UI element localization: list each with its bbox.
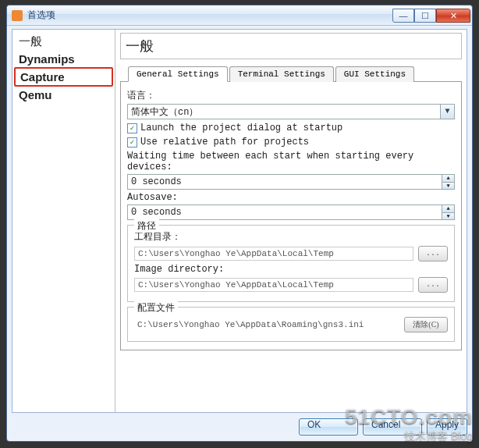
window-controls: — ☐ ✕	[392, 9, 470, 23]
clear-config-button[interactable]: 清除(C)	[404, 317, 448, 332]
checkbox-relative-path-label: Use relative path for projects	[140, 137, 309, 148]
project-dir-input[interactable]: C:\Users\Yonghao Ye\AppData\Local\Temp	[134, 247, 413, 261]
preferences-window: 首选项 — ☐ ✕ 一般 Dynamips Capture Qemu 一般 Ge…	[6, 5, 473, 442]
image-dir-input[interactable]: C:\Users\Yonghao Ye\AppData\Local\Temp	[134, 278, 413, 292]
sidebar-item-dynamips[interactable]: Dynamips	[14, 51, 113, 67]
sidebar-item-qemu[interactable]: Qemu	[14, 87, 113, 103]
cancel-button[interactable]: Cancel	[363, 418, 422, 436]
language-combobox[interactable]: 简体中文（cn） ▼	[127, 104, 455, 119]
spin-up-icon[interactable]: ▲	[442, 175, 454, 182]
maximize-button[interactable]: ☐	[414, 9, 436, 23]
language-value: 简体中文（cn）	[128, 105, 440, 119]
minimize-button[interactable]: —	[392, 9, 414, 23]
config-path-text: C:\Users\Yonghao Ye\AppData\Roaming\gns3…	[134, 318, 399, 331]
autosave-label: Autosave:	[127, 192, 455, 203]
sidebar: 一般 Dynamips Capture Qemu	[12, 30, 115, 412]
spin-down-icon[interactable]: ▼	[442, 212, 454, 220]
main-panel: 一般 General Settings Terminal Settings GU…	[115, 30, 467, 412]
autosave-spinner[interactable]: 0 seconds ▲ ▼	[127, 204, 455, 220]
tab-general-settings[interactable]: General Settings	[128, 66, 228, 82]
checkbox-relative-path[interactable]: ✓	[127, 137, 137, 148]
language-label: 语言：	[127, 89, 455, 102]
paths-group-title: 路径	[134, 219, 159, 233]
dialog-button-bar: OK Cancel Apply	[12, 416, 467, 438]
project-dir-label: 工程目录：	[134, 230, 448, 244]
dialog-body: 一般 Dynamips Capture Qemu 一般 General Sett…	[12, 29, 467, 413]
apply-button[interactable]: Apply	[427, 418, 467, 436]
app-icon	[12, 10, 23, 21]
wait-spinner[interactable]: 0 seconds ▲ ▼	[127, 174, 455, 190]
sidebar-item-general[interactable]: 一般	[14, 33, 113, 51]
wait-value: 0 seconds	[128, 175, 442, 189]
close-button[interactable]: ✕	[436, 9, 470, 23]
tab-strip: General Settings Terminal Settings GUI S…	[120, 66, 462, 82]
checkbox-launch-dialog-label: Launch the project dialog at startup	[140, 123, 342, 133]
tab-gui-settings[interactable]: GUI Settings	[335, 66, 414, 82]
wait-label: Waiting time between each start when sta…	[127, 151, 455, 172]
sidebar-item-capture[interactable]: Capture	[14, 67, 113, 87]
tab-terminal-settings[interactable]: Terminal Settings	[229, 66, 334, 82]
config-group-title: 配置文件	[134, 301, 178, 315]
checkbox-launch-dialog[interactable]: ✓	[127, 123, 137, 133]
paths-group: 路径 工程目录： C:\Users\Yonghao Ye\AppData\Loc…	[127, 225, 455, 302]
autosave-value: 0 seconds	[128, 205, 442, 219]
image-dir-label: Image directory:	[134, 264, 448, 275]
chevron-down-icon: ▼	[440, 105, 454, 119]
project-dir-browse-button[interactable]: ...	[418, 246, 448, 261]
ok-button[interactable]: OK	[299, 418, 358, 436]
page-title: 一般	[120, 33, 462, 59]
image-dir-browse-button[interactable]: ...	[418, 277, 448, 293]
spin-up-icon[interactable]: ▲	[442, 205, 454, 212]
config-group: 配置文件 C:\Users\Yonghao Ye\AppData\Roaming…	[127, 307, 455, 342]
window-title: 首选项	[27, 9, 55, 22]
spin-down-icon[interactable]: ▼	[442, 182, 454, 190]
titlebar: 首选项 — ☐ ✕	[7, 5, 472, 26]
tab-panel: 语言： 简体中文（cn） ▼ ✓ Launch the project dial…	[120, 82, 462, 350]
